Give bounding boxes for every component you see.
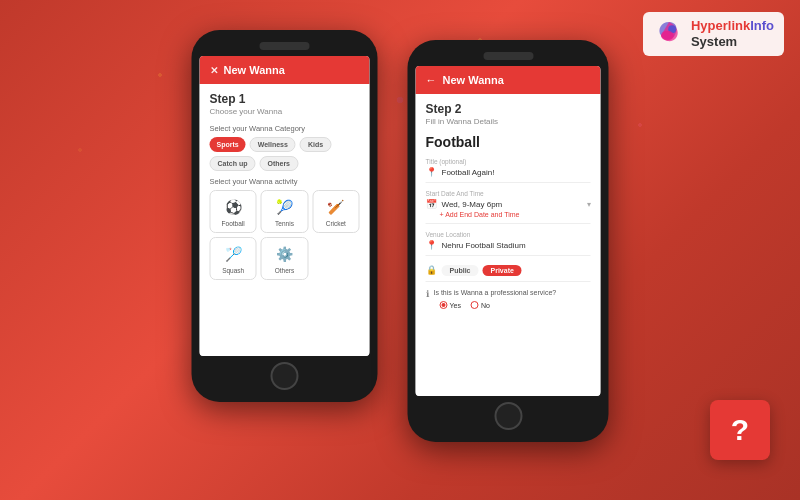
add-end-date-link[interactable]: + Add End Date and Time	[440, 211, 591, 218]
logo-text: HyperlinkInfo System	[691, 18, 774, 49]
football-icon: ⚽	[222, 196, 244, 218]
football-label: Football	[222, 220, 245, 227]
category-row-1: Sports Wellness Kids	[210, 137, 360, 152]
location-field: Venue Location 📍 Nehru Football Stadium	[426, 231, 591, 256]
category-row-2: Catch up Others	[210, 156, 360, 171]
public-toggle[interactable]: Public	[442, 265, 479, 276]
professional-field-row: ℹ Is this is Wanna a professional servic…	[426, 289, 591, 299]
app-1-content: Step 1 Choose your Wanna Select your Wan…	[200, 84, 370, 356]
question-box[interactable]: ?	[710, 400, 770, 460]
app-screen-1: ✕ New Wanna Step 1 Choose your Wanna Sel…	[200, 56, 370, 356]
activity-cricket[interactable]: 🏏 Cricket	[312, 190, 359, 233]
tennis-label: Tennis	[275, 220, 294, 227]
professional-field: ℹ Is this is Wanna a professional servic…	[426, 289, 591, 314]
others-icon: ⚙️	[273, 243, 295, 265]
wanna-title: Football	[426, 134, 591, 150]
logo-hyperlink: Hyperlink	[691, 18, 750, 33]
cat-kids[interactable]: Kids	[300, 137, 331, 152]
phone-1-home[interactable]	[271, 362, 299, 390]
activity-others[interactable]: ⚙️ Others	[261, 237, 308, 280]
phone-1-screen: ✕ New Wanna Step 1 Choose your Wanna Sel…	[200, 56, 370, 356]
activity-grid: ⚽ Football 🎾 Tennis 🏏 Cricket 🏸	[210, 190, 360, 280]
step-2-title: Step 2	[426, 102, 591, 116]
activity-tennis[interactable]: 🎾 Tennis	[261, 190, 308, 233]
step-1-subtitle: Choose your Wanna	[210, 107, 360, 116]
squash-icon: 🏸	[222, 243, 244, 265]
professional-question: Is this is Wanna a professional service?	[434, 289, 557, 296]
close-icon[interactable]: ✕	[210, 65, 218, 76]
phone-1-notch	[260, 42, 310, 50]
logo-info: Info	[750, 18, 774, 33]
activity-football[interactable]: ⚽ Football	[210, 190, 257, 233]
activity-label: Select your Wanna activity	[210, 177, 360, 186]
squash-label: Squash	[222, 267, 244, 274]
calendar-icon: 📅	[426, 199, 437, 209]
phone-2-notch	[483, 52, 533, 60]
privacy-toggle-row: Public Private	[442, 265, 522, 276]
cat-others-cat[interactable]: Others	[259, 156, 298, 171]
professional-radio-row: Yes No	[440, 301, 591, 309]
app-screen-2: ← New Wanna Step 2 Fill in Wanna Details…	[416, 66, 601, 396]
pin-icon: 📍	[426, 167, 437, 177]
privacy-field: 🔒 Public Private	[426, 263, 591, 282]
radio-no[interactable]: No	[471, 301, 490, 309]
radio-yes[interactable]: Yes	[440, 301, 461, 309]
phone-1: ✕ New Wanna Step 1 Choose your Wanna Sel…	[192, 30, 378, 402]
date-field-label: Start Date And Time	[426, 190, 591, 197]
back-icon[interactable]: ←	[426, 74, 437, 86]
question-mark-icon: ?	[731, 413, 749, 447]
phone-2-screen: ← New Wanna Step 2 Fill in Wanna Details…	[416, 66, 601, 396]
cat-catchup[interactable]: Catch up	[210, 156, 256, 171]
radio-no-label: No	[481, 302, 490, 309]
app-1-title: New Wanna	[224, 64, 285, 76]
tennis-icon: 🎾	[273, 196, 295, 218]
app-1-header: ✕ New Wanna	[200, 56, 370, 84]
cat-sports[interactable]: Sports	[210, 137, 246, 152]
cricket-label: Cricket	[326, 220, 346, 227]
date-value[interactable]: Wed, 9-May 6pm	[442, 200, 582, 209]
cat-wellness[interactable]: Wellness	[250, 137, 296, 152]
phone-2: ← New Wanna Step 2 Fill in Wanna Details…	[408, 40, 609, 442]
others-label: Others	[275, 267, 295, 274]
phone-2-home[interactable]	[494, 402, 522, 430]
activity-squash[interactable]: 🏸 Squash	[210, 237, 257, 280]
svg-point-1	[661, 31, 674, 41]
date-field-row: 📅 Wed, 9-May 6pm ▾	[426, 199, 591, 209]
category-label: Select your Wanna Category	[210, 124, 360, 133]
title-value[interactable]: Football Again!	[442, 168, 591, 177]
app-2-header: ← New Wanna	[416, 66, 601, 94]
lock-icon: 🔒	[426, 265, 437, 275]
radio-yes-dot	[440, 301, 448, 309]
title-field-label: Title (optional)	[426, 158, 591, 165]
privacy-field-row: 🔒 Public Private	[426, 263, 591, 276]
radio-yes-label: Yes	[450, 302, 461, 309]
phones-area: ✕ New Wanna Step 1 Choose your Wanna Sel…	[192, 30, 609, 442]
dropdown-icon[interactable]: ▾	[587, 200, 591, 209]
private-toggle[interactable]: Private	[483, 265, 522, 276]
step-2-subtitle: Fill in Wanna Details	[426, 117, 591, 126]
step-1-title: Step 1	[210, 92, 360, 106]
location-field-row: 📍 Nehru Football Stadium	[426, 240, 591, 250]
location-field-label: Venue Location	[426, 231, 591, 238]
app-2-content: Step 2 Fill in Wanna Details Football Ti…	[416, 94, 601, 396]
date-field: Start Date And Time 📅 Wed, 9-May 6pm ▾ +…	[426, 190, 591, 224]
location-value[interactable]: Nehru Football Stadium	[442, 241, 591, 250]
logo-icon	[653, 18, 685, 50]
logo-area: HyperlinkInfo System	[643, 12, 784, 56]
app-2-title: New Wanna	[443, 74, 504, 86]
title-field-row: 📍 Football Again!	[426, 167, 591, 177]
info-icon: ℹ	[426, 289, 429, 299]
location-icon: 📍	[426, 240, 437, 250]
cricket-icon: 🏏	[325, 196, 347, 218]
logo-system: System	[691, 34, 774, 50]
title-field: Title (optional) 📍 Football Again!	[426, 158, 591, 183]
radio-no-dot	[471, 301, 479, 309]
